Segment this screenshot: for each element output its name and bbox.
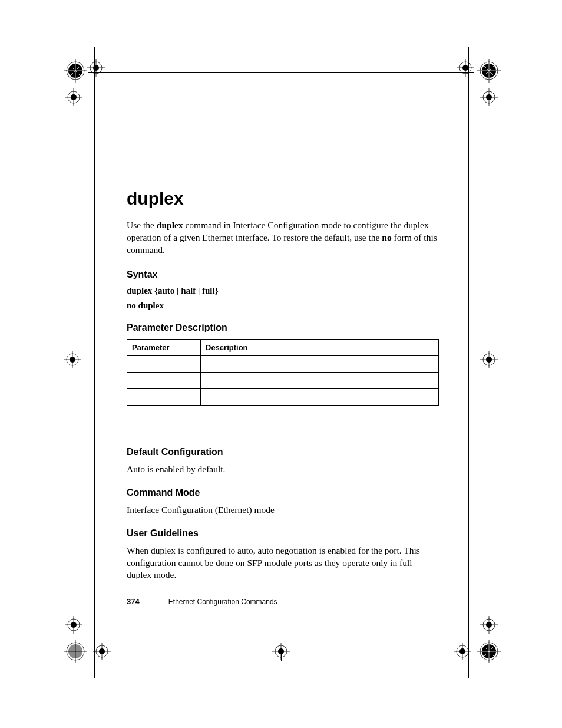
table-cell-desc [201, 355, 439, 372]
registration-mark-tl-1 [64, 59, 87, 83]
registration-mark-tl-3 [65, 88, 82, 106]
crop-tick-bc [281, 651, 282, 661]
crop-line-top [88, 72, 474, 73]
intro-paragraph: Use the duplex command in Interface Conf… [127, 219, 439, 256]
page-footer: 374 | Ethernet Configuration Commands [127, 597, 277, 607]
crop-line-left [94, 47, 95, 678]
crop-tick-ml [80, 360, 94, 360]
syntax-line-1: duplex {auto | half | full} [127, 286, 439, 296]
table-row [127, 355, 439, 372]
registration-mark-mr [480, 351, 498, 368]
page-content: duplex Use the duplex command in Interfa… [127, 189, 439, 587]
table-header-description: Description [201, 339, 439, 355]
page-title: duplex [127, 189, 439, 209]
table-cell-param [127, 388, 201, 405]
registration-mark-tr-1 [477, 59, 501, 83]
registration-mark-br-3 [480, 616, 498, 634]
page-number: 374 [127, 597, 140, 606]
intro-bold-2: no [382, 232, 391, 242]
registration-mark-ml [64, 351, 81, 368]
table-row [127, 372, 439, 388]
syntax-heading: Syntax [127, 269, 439, 280]
crop-tick-mr [468, 360, 482, 360]
table-cell-desc [201, 388, 439, 405]
user-guidelines-text: When duplex is configured to auto, auto … [127, 545, 439, 582]
registration-mark-br-2 [454, 643, 471, 660]
param-desc-heading: Parameter Description [127, 322, 439, 333]
user-guidelines-heading: User Guidelines [127, 528, 439, 539]
registration-mark-tr-2 [457, 59, 474, 77]
intro-bold-1: duplex [157, 220, 183, 230]
registration-mark-br-1 [477, 640, 501, 663]
registration-mark-tr-3 [480, 88, 498, 106]
table-cell-param [127, 372, 201, 388]
parameter-table: Parameter Description [127, 339, 439, 406]
table-cell-param [127, 355, 201, 372]
default-config-heading: Default Configuration [127, 447, 439, 457]
registration-mark-bl-3 [65, 616, 82, 634]
registration-mark-tl-2 [87, 59, 105, 77]
intro-text-1: Use the [127, 220, 157, 230]
crop-line-right [468, 47, 469, 678]
table-header-parameter: Parameter [127, 339, 201, 355]
registration-mark-bl-1 [64, 640, 87, 663]
chapter-title: Ethernet Configuration Commands [168, 598, 277, 606]
command-mode-heading: Command Mode [127, 487, 439, 498]
command-mode-text: Interface Configuration (Ethernet) mode [127, 504, 439, 516]
footer-divider: | [153, 597, 155, 606]
registration-mark-bl-2 [93, 643, 111, 660]
table-row [127, 388, 439, 405]
syntax-line-2: no duplex [127, 301, 439, 311]
table-cell-desc [201, 372, 439, 388]
default-config-text: Auto is enabled by default. [127, 463, 439, 476]
table-header-row: Parameter Description [127, 339, 439, 355]
